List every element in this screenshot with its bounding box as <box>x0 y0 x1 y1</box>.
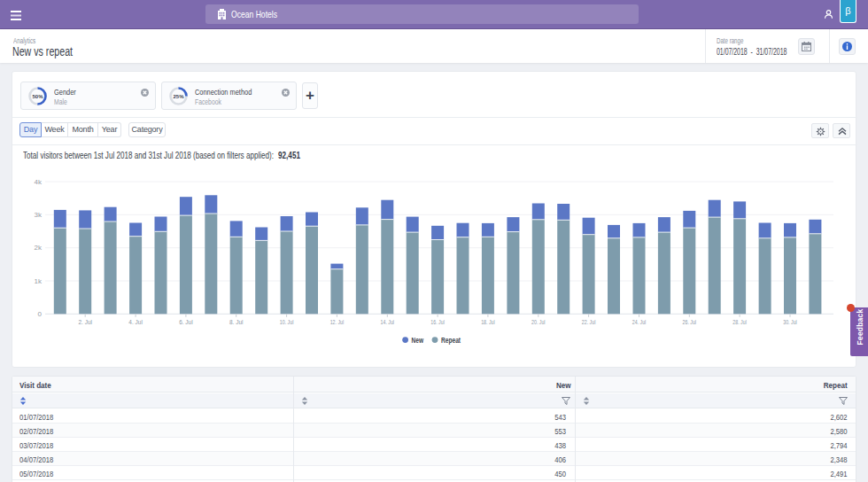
svg-text:30. Jul: 30. Jul <box>783 318 797 326</box>
svg-text:28. Jul: 28. Jul <box>732 318 747 326</box>
svg-text:6. Jul: 6. Jul <box>179 318 193 326</box>
svg-text:14. Jul: 14. Jul <box>381 318 395 326</box>
svg-text:25%: 25% <box>173 94 184 99</box>
svg-text:4k: 4k <box>35 178 43 186</box>
svg-text:10. Jul: 10. Jul <box>280 318 294 326</box>
svg-text:8. Jul: 8. Jul <box>229 318 244 326</box>
svg-text:20. Jul: 20. Jul <box>531 318 546 326</box>
svg-text:3k: 3k <box>35 211 43 219</box>
svg-text:4. Jul: 4. Jul <box>128 318 143 326</box>
svg-text:50%: 50% <box>32 94 43 99</box>
svg-text:18. Jul: 18. Jul <box>481 318 495 326</box>
svg-text:16. Jul: 16. Jul <box>430 318 445 326</box>
svg-text:0: 0 <box>38 310 43 318</box>
svg-text:1k: 1k <box>35 277 43 285</box>
svg-text:24. Jul: 24. Jul <box>632 318 647 326</box>
svg-text:12. Jul: 12. Jul <box>330 318 345 326</box>
svg-text:Repeat: Repeat <box>441 336 461 345</box>
svg-text:26. Jul: 26. Jul <box>683 318 697 326</box>
svg-text:2. Jul: 2. Jul <box>78 318 92 326</box>
svg-text:New: New <box>412 336 424 345</box>
svg-text:2k: 2k <box>35 244 43 252</box>
svg-text:22. Jul: 22. Jul <box>582 318 596 326</box>
